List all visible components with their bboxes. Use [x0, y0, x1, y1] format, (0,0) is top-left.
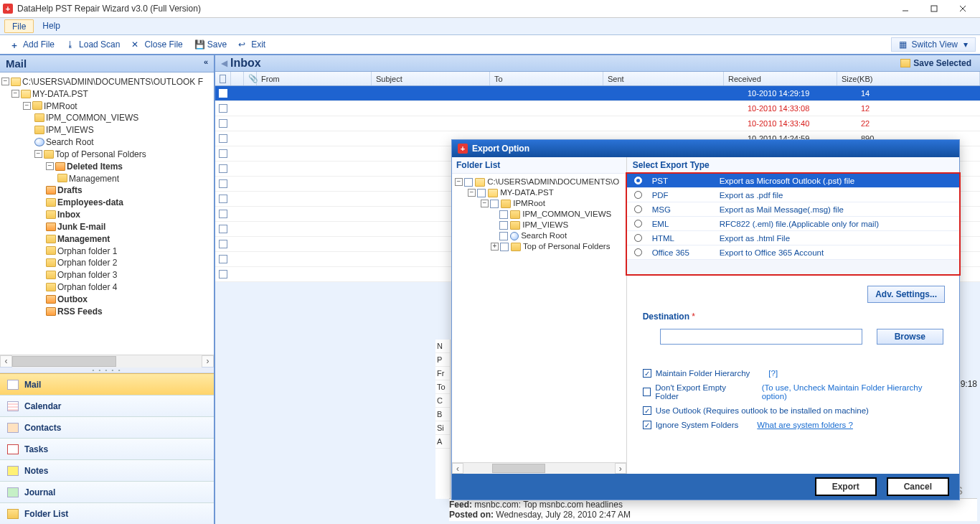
- row-checkbox[interactable]: [219, 210, 227, 218]
- tree-node[interactable]: Search Root: [455, 230, 623, 241]
- switch-view-button[interactable]: ▦Switch View▾: [891, 37, 976, 52]
- close-button[interactable]: [948, 0, 977, 18]
- tree-node[interactable]: Management: [1, 233, 212, 245]
- tree-node-deleted[interactable]: −Deleted Items: [1, 160, 212, 172]
- nav-folder-list[interactable]: Folder List: [0, 502, 214, 524]
- scroll-left-icon[interactable]: ‹: [0, 355, 12, 368]
- row-checkbox[interactable]: [219, 164, 227, 173]
- checkbox[interactable]: [464, 178, 473, 187]
- checkbox[interactable]: [477, 189, 486, 197]
- row-checkbox[interactable]: [219, 255, 227, 263]
- export-type-html[interactable]: HTMLExport as .html File: [627, 231, 959, 245]
- close-file-button[interactable]: ✕Close File: [126, 38, 188, 51]
- col-to[interactable]: To: [490, 72, 603, 85]
- radio-icon[interactable]: [634, 248, 642, 256]
- tree-node[interactable]: − MY-DATA.PST: [455, 187, 623, 198]
- folder-list-tree[interactable]: − C:\USERS\ADMIN\DOCUMENTS\O − MY-DATA.P…: [452, 174, 626, 462]
- radio-icon[interactable]: [634, 177, 642, 184]
- col-subject[interactable]: Subject: [372, 72, 490, 85]
- tree-node[interactable]: IPM_COMMON_VIEWS: [1, 111, 212, 123]
- nav-back-icon[interactable]: ◀: [221, 58, 227, 68]
- folder-list-hscroll[interactable]: ‹ ›: [452, 462, 626, 474]
- expander-icon[interactable]: −: [34, 150, 42, 158]
- ignore-system-checkbox[interactable]: [643, 421, 651, 429]
- use-outlook-checkbox[interactable]: [643, 406, 651, 415]
- destination-input[interactable]: [660, 329, 862, 345]
- table-row[interactable]: 10-2010 14:29:19 14: [215, 86, 980, 101]
- tree-node[interactable]: Drafts: [1, 184, 212, 196]
- scroll-track[interactable]: [12, 355, 202, 368]
- tree-node[interactable]: −MY-DATA.PST: [1, 88, 212, 100]
- radio-icon[interactable]: [634, 205, 642, 213]
- table-row[interactable]: 10-2010 14:33:08 12: [215, 101, 980, 116]
- export-type-pdf[interactable]: PDFExport as .pdf file: [627, 188, 959, 202]
- tree-node[interactable]: − IPMRoot: [455, 198, 623, 209]
- tree-root[interactable]: −C:\USERS\ADMIN\DOCUMENTS\OUTLOOK F: [1, 75, 212, 88]
- expander-icon[interactable]: −: [11, 90, 19, 98]
- tree-node[interactable]: −Top of Personal Folders: [1, 148, 212, 160]
- radio-icon[interactable]: [634, 191, 642, 199]
- collapse-icon[interactable]: «: [204, 57, 208, 66]
- checkbox[interactable]: [490, 200, 499, 208]
- col-from[interactable]: From: [257, 72, 372, 85]
- nav-calendar[interactable]: Calendar: [0, 395, 214, 416]
- tree-node-inbox[interactable]: Inbox: [1, 208, 212, 220]
- radio-icon[interactable]: [634, 220, 642, 228]
- row-checkbox[interactable]: [219, 89, 227, 98]
- tree-node[interactable]: Management: [1, 172, 212, 184]
- scroll-right-icon[interactable]: ›: [615, 463, 626, 474]
- help-link[interactable]: [?]: [768, 369, 778, 378]
- scroll-right-icon[interactable]: ›: [202, 355, 214, 368]
- tree-node[interactable]: Employees-data: [1, 196, 212, 208]
- export-type-office-365[interactable]: Office 365Export to Office 365 Account: [627, 245, 959, 260]
- tree-node[interactable]: Orphan folder 3: [1, 268, 212, 281]
- system-folders-link[interactable]: What are system folders ?: [757, 421, 853, 429]
- expander-icon[interactable]: −: [1, 78, 9, 85]
- row-checkbox[interactable]: [219, 225, 227, 233]
- row-checkbox[interactable]: [219, 179, 227, 188]
- maintain-hierarchy-checkbox[interactable]: [643, 369, 651, 378]
- dialog-titlebar[interactable]: + Export Option: [452, 140, 959, 157]
- tree-node[interactable]: IPM_VIEWS: [455, 220, 623, 230]
- tree-node[interactable]: RSS Feeds: [1, 305, 212, 317]
- mail-tree[interactable]: −C:\USERS\ADMIN\DOCUMENTS\OUTLOOK F −MY-…: [0, 72, 214, 355]
- save-selected-button[interactable]: Save Selected: [897, 58, 974, 68]
- tree-node[interactable]: Outbox: [1, 293, 212, 305]
- exit-button[interactable]: ↩Exit: [232, 38, 271, 51]
- adv-settings-button[interactable]: Adv. Settings...: [867, 286, 945, 303]
- tree-node[interactable]: + Top of Personal Folders: [455, 241, 623, 252]
- menu-help[interactable]: Help: [35, 18, 67, 34]
- load-scan-button[interactable]: ⭳Load Scan: [60, 38, 126, 51]
- save-button[interactable]: 💾Save: [189, 38, 232, 51]
- row-checkbox[interactable]: [219, 104, 227, 113]
- tree-node[interactable]: Orphan folder 1: [1, 245, 212, 257]
- row-checkbox[interactable]: [219, 119, 227, 128]
- splitter-grip[interactable]: • • • • •: [0, 367, 214, 373]
- export-type-eml[interactable]: EMLRFC822 (.eml) file.(Applicable only f…: [627, 217, 959, 231]
- nav-journal[interactable]: Journal: [0, 481, 214, 502]
- tree-node[interactable]: −IPMRoot: [1, 100, 212, 112]
- col-attach[interactable]: 📎: [244, 72, 257, 85]
- menu-file[interactable]: File: [4, 19, 34, 33]
- row-checkbox[interactable]: [219, 270, 227, 279]
- tree-node[interactable]: Orphan folder 2: [1, 256, 212, 268]
- export-type-pst[interactable]: PSTExport as Microsoft Outlook (.pst) fi…: [627, 174, 959, 188]
- radio-icon[interactable]: [634, 234, 642, 242]
- browse-button[interactable]: Browse: [877, 329, 943, 345]
- expander-icon[interactable]: −: [46, 162, 54, 170]
- col-size[interactable]: Size(KB): [837, 72, 980, 85]
- tree-node[interactable]: IPM_VIEWS: [1, 123, 212, 136]
- tree-node[interactable]: Orphan folder 4: [1, 281, 212, 293]
- tree-hscroll[interactable]: ‹ ›: [0, 355, 214, 367]
- col-flag[interactable]: [231, 72, 244, 85]
- export-button[interactable]: Export: [815, 477, 877, 496]
- export-type-msg[interactable]: MSGExport as Mail Message(.msg) file: [627, 202, 959, 217]
- cancel-button[interactable]: Cancel: [887, 477, 949, 496]
- row-checkbox[interactable]: [219, 149, 227, 158]
- nav-tasks[interactable]: Tasks: [0, 438, 214, 459]
- dont-export-empty-checkbox[interactable]: [643, 388, 651, 396]
- row-checkbox[interactable]: [219, 195, 227, 203]
- scroll-left-icon[interactable]: ‹: [452, 463, 463, 474]
- minimize-button[interactable]: [891, 0, 920, 18]
- tree-node[interactable]: Search Root: [1, 136, 212, 148]
